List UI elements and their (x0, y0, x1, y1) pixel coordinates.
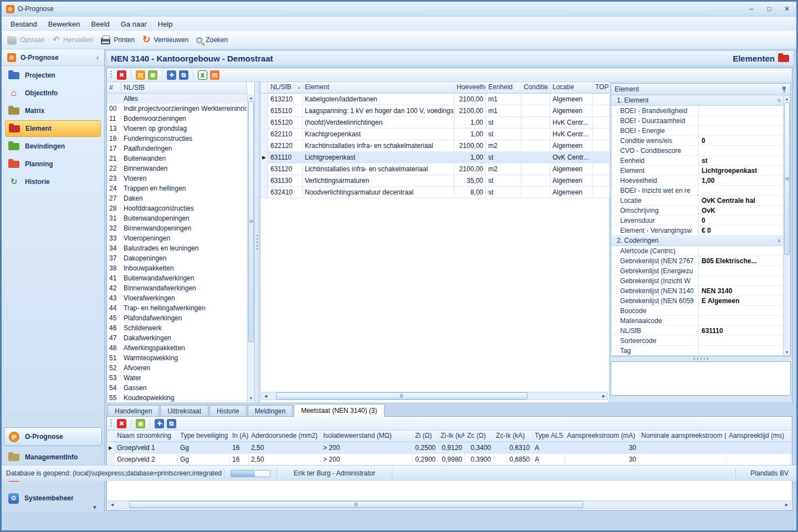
table-row[interactable]: 31Buitenwandopeningen (107, 213, 248, 223)
scroll-up-icon[interactable]: ▲ (248, 94, 254, 101)
column-header[interactable]: Zc (Ω) (465, 431, 494, 442)
table-row[interactable]: 51Warmteopwekking (107, 353, 248, 363)
table-row[interactable]: 00Indir.projectvoorzieningen Werkterrein… (107, 104, 248, 114)
table-row[interactable]: 17Paalfunderingen (107, 144, 248, 154)
column-header[interactable]: Zi (Ω) (413, 431, 438, 442)
column-header[interactable]: NL/SfB▲ (268, 82, 303, 93)
column-header[interactable]: Aanspreektijd (ms) (727, 431, 791, 442)
table-row[interactable]: 47Dakafwerkingen (107, 333, 248, 343)
column-header[interactable]: Element (303, 82, 454, 93)
scroll-left-icon[interactable]: ◀ (262, 392, 269, 400)
column-header[interactable]: Conditie (521, 82, 550, 93)
column-header[interactable]: In (A) (230, 431, 249, 442)
property-row[interactable]: Sorteercode (611, 336, 783, 346)
table-row[interactable]: 54Gassen (107, 383, 248, 393)
column-header[interactable]: Nominale aanspreekstroom (mA) (639, 431, 727, 442)
column-header[interactable]: Aanspreekstroom (mA) (565, 431, 639, 442)
property-row[interactable]: Element - Vervangingsw € 0 (611, 226, 783, 236)
table-row[interactable]: 16Funderingsconstructies (107, 134, 248, 144)
table-row[interactable]: 37Dakopeningen (107, 253, 248, 263)
sidebar-item-historie[interactable]: ↻ Historie (5, 173, 101, 190)
table-row[interactable]: 622120Krachtinstallaties infra- en schak… (260, 140, 610, 152)
property-row[interactable]: BOEI - Duurzaamheid (611, 116, 783, 126)
property-row[interactable]: BOEI - Energie (611, 126, 783, 136)
property-row[interactable]: Omschrijving OvK (611, 206, 783, 216)
table-row[interactable]: 42Binnenwandafwerkingen (107, 283, 248, 293)
excel-export-icon[interactable]: X (198, 70, 207, 80)
property-row[interactable]: Gebrekenlijst (Inzicht W (611, 276, 783, 286)
table-row[interactable]: 631130Verlichtingsarmaturen35,00stAlgeme… (260, 175, 610, 187)
meetstaat-hscrollbar[interactable]: ◀ ▶ (108, 500, 791, 509)
add-icon[interactable]: ✚ (167, 70, 176, 80)
print-button[interactable]: Printen (101, 36, 135, 44)
scroll-down-icon[interactable]: ▼ (248, 395, 254, 402)
add-icon[interactable]: ✚ (155, 419, 164, 428)
property-row[interactable]: Tag (611, 346, 783, 356)
configure-buttons-icon[interactable]: ▼ (92, 504, 98, 510)
property-row[interactable]: Conditie wens/eis 0 (611, 136, 783, 146)
table-row[interactable]: 53Water (107, 373, 248, 383)
property-row[interactable]: Boocode (611, 306, 783, 316)
table-row[interactable]: 21Buitenwanden (107, 154, 248, 163)
scrollbar-thumb[interactable] (276, 392, 528, 400)
property-row[interactable]: Gebrekenlijst (Energiezu (611, 266, 783, 276)
table-row[interactable]: ▶631110Lichtgroepenkast1,00stOvK Centr..… (260, 152, 610, 163)
table-row[interactable]: 631120Lichtinstallaties infra- en schake… (260, 163, 610, 175)
edit-document-icon[interactable]: ▤ (136, 70, 145, 80)
column-header[interactable]: Isolatieweerstand (MΩ) (321, 431, 413, 442)
scroll-down-icon[interactable]: ▼ (784, 349, 790, 356)
table-row[interactable]: 13Vloeren op grondslag (107, 124, 248, 134)
table-row[interactable]: 24Trappen en hellingen (107, 183, 248, 193)
property-row[interactable]: Eenheid st (611, 156, 783, 166)
sidebar-item-oprognose[interactable]: P O-Prognose (4, 427, 102, 446)
sidebar-item-managementinfo[interactable]: ManagementInfo (4, 448, 102, 467)
search-button[interactable]: Zoeken (196, 36, 228, 44)
property-row[interactable]: CVO - Conditiescore (611, 146, 783, 156)
scroll-right-icon[interactable]: ▶ (600, 392, 607, 400)
scroll-right-icon[interactable]: ▶ (783, 501, 790, 508)
menu-bewerken[interactable]: Bewerken (43, 18, 86, 30)
save-button[interactable]: Opslaan (7, 36, 45, 44)
collapse-group-icon[interactable]: ∧ (777, 238, 781, 243)
element-hscrollbar[interactable]: ◀ ▶ (262, 392, 608, 400)
menu-ga-naar[interactable]: Ga naar (115, 18, 152, 30)
scroll-left-icon[interactable]: ◀ (109, 501, 116, 508)
scrollbar-thumb[interactable] (248, 101, 254, 342)
table-row[interactable]: 48Afwerkingspakketten (107, 343, 248, 353)
sidebar-item-systeembeheer[interactable]: ⚙ Systeembeheer (4, 489, 102, 508)
scrollbar-thumb[interactable] (784, 103, 790, 255)
table-row[interactable]: 28Hoofddraagconstructies (107, 203, 248, 213)
table-row[interactable]: 32Binnenwandopeningen (107, 223, 248, 233)
property-row[interactable]: Levensduur 0 (611, 216, 783, 226)
scroll-up-icon[interactable]: ▲ (784, 95, 790, 103)
minimize-icon[interactable]: – (746, 5, 756, 13)
duplicate-icon[interactable]: ▣ (148, 70, 157, 80)
sidebar-item-planning[interactable]: Planning (5, 156, 101, 172)
property-row[interactable]: Hoeveelheid 1,00 (611, 176, 783, 186)
property-row[interactable]: Gebrekenlijst (NEN 6059 E Algemeen (611, 296, 783, 306)
refresh-button[interactable]: ↻ Vernieuwen (142, 35, 188, 44)
vertical-splitter[interactable] (255, 82, 260, 402)
property-row[interactable]: Materiaalcode (611, 316, 783, 326)
tab-meetstaat[interactable]: Meetstaat (NEN 3140) (3) (294, 404, 384, 417)
column-header[interactable]: Eenheid (486, 82, 521, 93)
scrollbar-thumb[interactable] (129, 501, 583, 508)
column-header[interactable]: Naam stroomkring (115, 431, 178, 442)
column-header[interactable]: Hoeveelheid (454, 82, 486, 93)
tab-meldingen[interactable]: Meldingen (248, 405, 293, 417)
table-row[interactable]: 45Plafondafwerkingen (107, 313, 248, 323)
column-header[interactable]: Locatie (550, 82, 593, 93)
maximize-icon[interactable]: □ (764, 5, 774, 13)
copy-icon[interactable]: ⧉ (179, 70, 188, 80)
property-row[interactable]: BOEI - Inzicht wet en re (611, 186, 783, 196)
collapse-group-icon[interactable]: ∧ (777, 98, 781, 103)
sidebar-item-objectinfo[interactable]: ⌂ ObjectInfo (5, 85, 101, 101)
column-header[interactable]: NL/SfB (121, 82, 247, 93)
column-header[interactable]: # (107, 82, 121, 93)
close-icon[interactable]: ✕ (782, 5, 792, 13)
menu-bestand[interactable]: Bestand (5, 18, 43, 30)
table-row[interactable]: 23Vloeren (107, 173, 248, 183)
sidebar-item-projecten[interactable]: Projecten (5, 67, 101, 84)
duplicate-icon[interactable]: ▣ (136, 419, 145, 428)
table-row[interactable]: 27Daken (107, 193, 248, 203)
